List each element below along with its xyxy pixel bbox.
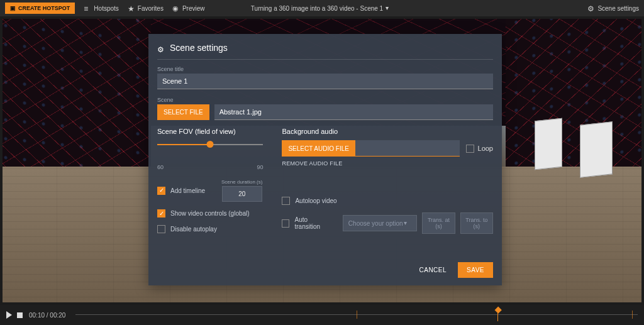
preview-tab[interactable]: Preview	[172, 4, 205, 12]
scene-title-field: Scene title	[157, 66, 493, 89]
timeline-bar: 00:10 / 00:20	[0, 305, 644, 325]
wall-canvas	[535, 118, 562, 170]
gear-icon	[587, 4, 595, 12]
disable-autoplay-label: Disable autoplay	[170, 226, 217, 233]
remove-audio-link[interactable]: REMOVE AUDIO FILE	[282, 160, 493, 167]
fov-slider[interactable]	[157, 140, 263, 155]
hotspot-icon: ▣	[10, 5, 16, 11]
scene-title-label: Scene title	[157, 66, 493, 72]
topbar: ▣ CREATE HOTSPOT Hotspots Favorites Prev…	[0, 0, 644, 16]
scene-file-field: Scene SELECT FILE	[157, 97, 493, 120]
cancel-button[interactable]: CANCEL	[414, 263, 452, 277]
autoloop-checkbox[interactable]	[282, 197, 290, 205]
scene-file-input[interactable]	[214, 104, 493, 120]
chevron-down-icon	[404, 219, 411, 227]
scene-duration-input[interactable]	[222, 186, 262, 202]
timeline-tick	[632, 311, 633, 319]
auto-transition-label: Auto transition	[294, 216, 331, 230]
loop-label: Loop	[478, 145, 493, 152]
breadcrumb[interactable]: Turning a 360 image into a 360 video - S…	[251, 4, 393, 12]
stop-button[interactable]	[17, 312, 23, 318]
star-icon	[128, 4, 135, 12]
fov-min: 60	[157, 164, 164, 170]
create-hotspot-button[interactable]: ▣ CREATE HOTSPOT	[5, 3, 75, 14]
timeline-tick	[357, 311, 357, 319]
transition-select: Choose your option	[343, 215, 417, 231]
fov-max: 90	[257, 164, 263, 170]
scene-settings-link[interactable]: Scene settings	[587, 4, 639, 12]
breadcrumb-text: Turning a 360 image into a 360 video - S…	[251, 5, 383, 12]
select-audio-button[interactable]: SELECT AUDIO FILE	[282, 140, 355, 157]
show-controls-checkbox[interactable]	[157, 209, 165, 218]
save-button[interactable]: SAVE	[458, 262, 493, 278]
chevron-down-icon	[386, 4, 393, 12]
select-file-button[interactable]: SELECT FILE	[157, 104, 209, 120]
gear-icon	[157, 44, 165, 52]
favorites-label: Favorites	[138, 5, 164, 12]
transition-placeholder: Choose your option	[348, 220, 403, 227]
trans-at-input: Trans. at (s)	[422, 212, 455, 234]
hotspots-tab[interactable]: Hotspots	[84, 4, 118, 12]
auto-transition-checkbox[interactable]	[282, 219, 289, 228]
wall-canvas	[580, 121, 613, 177]
play-button[interactable]	[6, 311, 12, 319]
playhead[interactable]	[494, 307, 501, 314]
create-hotspot-label: CREATE HOTSPOT	[18, 5, 70, 11]
fov-label: Scene FOV (field of view)	[157, 128, 263, 135]
time-display: 00:10 / 00:20	[29, 312, 65, 319]
loop-checkbox[interactable]	[466, 145, 474, 153]
scene-title-input[interactable]	[157, 74, 493, 89]
add-timeline-checkbox[interactable]	[157, 187, 165, 195]
audio-file-input[interactable]	[355, 140, 460, 157]
autoloop-label: Autoloop video	[295, 197, 336, 204]
bg-audio-label: Background audio	[282, 128, 493, 135]
add-timeline-label: Add timeline	[170, 187, 205, 194]
scene-settings-label: Scene settings	[597, 5, 639, 12]
preview-label: Preview	[182, 5, 205, 12]
divider	[157, 59, 493, 60]
trans-to-input: Trans. to (s)	[460, 212, 493, 234]
modal-title-text: Scene settings	[170, 43, 228, 53]
hotspots-label: Hotspots	[94, 5, 118, 12]
show-controls-label: Show video controls (global)	[170, 210, 250, 217]
scene-duration-label: Scene duration (s)	[221, 179, 262, 185]
timeline-track[interactable]	[75, 309, 638, 321]
disable-autoplay-checkbox[interactable]	[157, 225, 165, 233]
list-icon	[84, 4, 91, 12]
favorites-tab[interactable]: Favorites	[128, 4, 164, 12]
modal-title: Scene settings	[157, 43, 493, 53]
eye-icon	[172, 4, 180, 12]
scene-settings-modal: Scene settings Scene title Scene SELECT …	[148, 34, 502, 285]
scene-file-label: Scene	[157, 97, 493, 103]
slider-fill	[157, 144, 210, 145]
slider-thumb[interactable]	[207, 141, 214, 148]
